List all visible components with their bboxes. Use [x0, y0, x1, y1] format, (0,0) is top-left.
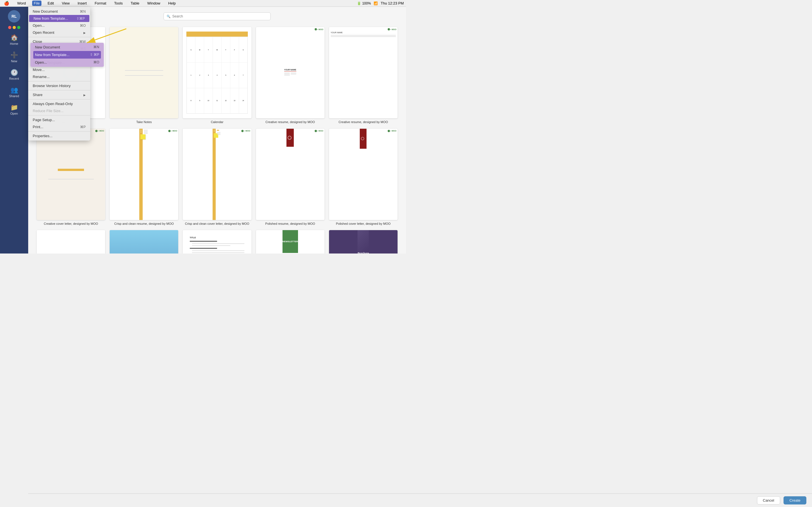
- crisp-cover-right: [216, 129, 221, 220]
- menu-browse-history-label: Browse Version History: [33, 83, 70, 88]
- template-name-polished-resume: Polished resume, designed by MOO: [265, 222, 315, 226]
- moo-dot-cc: [95, 130, 98, 132]
- menu-new-template-label: New from Template...: [34, 16, 68, 20]
- menu-new-template[interactable]: New from Template... ⇧⌘P: [29, 15, 89, 22]
- template-notes[interactable]: Take Notes: [110, 27, 178, 124]
- close-button[interactable]: [8, 26, 11, 29]
- sidebar-item-new[interactable]: ➕ New: [0, 49, 28, 66]
- cal-cell-11: 4: [213, 62, 221, 88]
- sidebar-item-home[interactable]: 🏠 Home: [0, 32, 28, 48]
- menu-properties-label: Properties...: [33, 134, 52, 138]
- menu-browse-history[interactable]: Browse Version History: [28, 82, 90, 89]
- menu-divider-3: [28, 90, 90, 91]
- template-thumb-creative-cover: • MOO: [37, 129, 105, 220]
- template-thumb-crisp-cover: • MOO: [183, 129, 251, 220]
- template-misc-1[interactable]: • MOO YOUR NAME Creative resume, designe…: [329, 27, 398, 124]
- outline-title-text: TITLE: [190, 236, 245, 239]
- cal-cell-4: W: [213, 37, 221, 62]
- brochure-title-block: Brochure Title: [357, 252, 369, 253]
- menu-always-read-only[interactable]: Always Open Read-Only: [28, 100, 90, 107]
- moo-text-5: • MOO: [391, 29, 396, 31]
- cal-cell-16: 9: [195, 88, 204, 113]
- outline-inner: TITLE: [188, 235, 246, 253]
- cal-cell-12: 5: [221, 62, 230, 88]
- template-creative-cover[interactable]: • MOO Creative cover letter, designed by…: [37, 129, 105, 226]
- outline-item-3: [192, 250, 245, 251]
- your-name-text: YOUR NAME: [284, 69, 296, 71]
- r-line-1: [284, 73, 290, 73]
- menu-open-recent[interactable]: Open Recent: [28, 29, 90, 36]
- template-thumb-calendar: JANYEAR S M T W T F S 1 2 3: [183, 27, 251, 118]
- ccl-line-3: [217, 134, 220, 135]
- ccl-w-line-2: [214, 131, 214, 131]
- clock: Thu 12:23 PM: [380, 1, 404, 5]
- ccl-line-1: [217, 132, 220, 133]
- menubar-file[interactable]: File: [32, 1, 42, 6]
- menubar-table[interactable]: Table: [129, 1, 141, 6]
- template-crisp-resume[interactable]: • MOO: [110, 129, 178, 226]
- menu-new-document[interactable]: New Document ⌘N: [28, 8, 90, 15]
- r-line-4: [291, 73, 296, 73]
- menubar-insert[interactable]: Insert: [76, 1, 89, 6]
- menu-share[interactable]: Share: [28, 91, 90, 98]
- r-line-5: [291, 74, 296, 74]
- menu-print[interactable]: Print... ⌘P: [28, 123, 90, 130]
- ccl-line-2: [217, 133, 220, 134]
- wifi-icon: 📶: [373, 1, 378, 5]
- menu-page-setup[interactable]: Page Setup...: [28, 116, 90, 123]
- menu-bar-right: 🔋 100% 📶 Thu 12:23 PM: [357, 1, 404, 5]
- template-outline[interactable]: TITLE Create an Outline: [183, 230, 251, 253]
- new-icon: ➕: [10, 52, 18, 58]
- crisp-left-col: [139, 129, 143, 220]
- callout-new-template-shortcut: ⇧ ⌘P: [90, 53, 99, 57]
- menubar-help[interactable]: Help: [167, 1, 177, 6]
- template-thumb-outline: TITLE: [183, 230, 251, 253]
- menubar-edit[interactable]: Edit: [46, 1, 56, 6]
- newsletter-header-block: NEWSLETTER: [283, 230, 298, 253]
- crisp-w-line-3: [140, 132, 142, 133]
- template-thumb-notes: [110, 27, 178, 118]
- template-journal[interactable]: Title Heading 1 Write a Journal: [110, 230, 178, 253]
- menu-move[interactable]: Move...: [28, 66, 90, 73]
- template-name-misc-1: Creative resume, designed by MOO: [339, 120, 388, 124]
- apple-menu[interactable]: 🍎: [2, 0, 11, 6]
- menubar-format[interactable]: Format: [93, 1, 108, 6]
- journal-image: [110, 230, 178, 253]
- cal-cell-15: 8: [187, 88, 195, 113]
- notes-line-5: [125, 75, 163, 76]
- template-list[interactable]: Make a list...: [37, 230, 105, 253]
- template-name-crisp-resume: Crisp and clean resume, designed by MOO: [114, 222, 174, 226]
- menu-rename[interactable]: Rename...: [28, 73, 90, 80]
- template-crisp-cover[interactable]: • MOO: [183, 129, 251, 226]
- menu-open[interactable]: Open... ⌘O: [28, 22, 90, 29]
- search-input[interactable]: [172, 14, 267, 18]
- outline-header-bar-1: [190, 241, 217, 242]
- template-creative-resume[interactable]: • MOO YOUR NAME: [256, 27, 324, 124]
- sidebar-item-open[interactable]: 📁 Open: [0, 102, 28, 118]
- callout-new-template-item[interactable]: New from Template... ⇧ ⌘P: [33, 51, 101, 59]
- template-thumb-brochure: Brochure Title Subtitle: [329, 230, 398, 253]
- template-polished-cover[interactable]: • MOO Polished cover l: [329, 129, 398, 226]
- template-calendar[interactable]: JANYEAR S M T W T F S 1 2 3: [183, 27, 251, 124]
- brochure-title-text: Brochure: [357, 252, 369, 253]
- maximize-button[interactable]: [17, 26, 20, 29]
- shared-icon: 👥: [10, 87, 18, 93]
- menubar-word[interactable]: Word: [15, 1, 28, 6]
- avatar[interactable]: RL: [8, 10, 20, 22]
- cal-body: S M T W T F S 1 2 3 4 5 6: [186, 37, 248, 114]
- template-polished-resume[interactable]: • MOO: [256, 129, 324, 226]
- template-name-creative-cover: Creative cover letter, designed by MOO: [44, 222, 98, 226]
- sidebar-item-recent[interactable]: 🕐 Recent: [0, 67, 28, 83]
- menu-new-document-label: New Document: [33, 9, 58, 13]
- cal-cell-6: F: [231, 37, 239, 62]
- menu-properties[interactable]: Properties...: [28, 132, 90, 139]
- sidebar-item-shared[interactable]: 👥 Shared: [0, 84, 28, 101]
- minimize-button[interactable]: [13, 26, 16, 29]
- cal-cell-7: S: [239, 37, 248, 62]
- menubar-tools[interactable]: Tools: [112, 1, 124, 6]
- template-brochure[interactable]: Brochure Title Subtitle Brochure: [329, 230, 398, 253]
- template-newsletter[interactable]: NEWSLETTER: [256, 230, 324, 253]
- menubar-view[interactable]: View: [60, 1, 71, 6]
- menu-always-read-only-label: Always Open Read-Only: [33, 102, 73, 106]
- menubar-window[interactable]: Window: [146, 1, 162, 6]
